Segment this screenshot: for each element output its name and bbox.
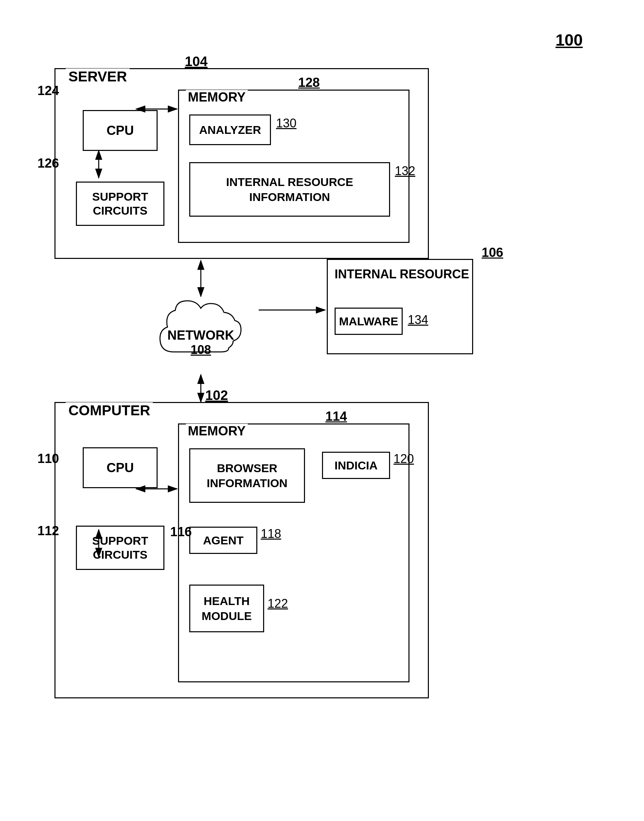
ref-126: 126 — [37, 156, 59, 171]
indicia-label: INDICIA — [334, 459, 378, 472]
network-ref: 108 — [167, 343, 234, 357]
malware-ref: 134 — [408, 313, 428, 327]
comp-support-label: SUPPORTCIRCUITS — [92, 534, 148, 562]
comp-support-box: SUPPORTCIRCUITS — [76, 526, 164, 570]
computer-label: COMPUTER — [66, 402, 153, 419]
comp-cpu-label: CPU — [107, 461, 134, 475]
server-memory-box: MEMORY 128 ANALYZER 130 INTERNAL RESOURC… — [178, 89, 409, 243]
indicia-box: INDICIA — [322, 452, 390, 479]
ref-116: 116 — [170, 524, 192, 539]
int-res-info-box: INTERNAL RESOURCEINFORMATION — [189, 162, 390, 217]
ref-106: 106 — [481, 245, 503, 260]
server-memory-ref: 128 — [298, 75, 320, 90]
agent-label: AGENT — [203, 534, 244, 547]
malware-label: MALWARE — [339, 315, 398, 328]
int-res-info-ref: 132 — [395, 164, 415, 178]
health-module-label: HEALTHMODULE — [201, 593, 251, 623]
analyzer-box: ANALYZER — [189, 114, 271, 145]
analyzer-label: ANALYZER — [199, 123, 261, 137]
browser-info-box: BROWSERINFORMATION — [189, 448, 305, 503]
indicia-ref: 120 — [394, 452, 414, 466]
network-label: NETWORK — [167, 328, 234, 343]
server-cpu-label: CPU — [107, 123, 134, 138]
server-ref: 104 — [185, 54, 208, 69]
agent-box: AGENT — [189, 527, 257, 554]
server-box: SERVER 104 CPU SUPPORTCIRCUITS MEMORY 12… — [54, 68, 429, 259]
malware-box: MALWARE — [334, 307, 403, 335]
server-support-box: SUPPORTCIRCUITS — [76, 181, 164, 226]
comp-memory-box: MEMORY 114 BROWSERINFORMATION INDICIA 12… — [178, 423, 409, 683]
comp-cpu-box: CPU — [83, 447, 158, 488]
computer-ref: 102 — [205, 388, 228, 403]
figure-number: 100 — [555, 31, 583, 49]
ref-110: 110 — [37, 451, 59, 466]
server-memory-label: MEMORY — [186, 90, 248, 105]
internal-resource-label: INTERNAL RESOURCE — [334, 267, 469, 281]
server-cpu-box: CPU — [83, 110, 158, 151]
ref-112: 112 — [37, 524, 59, 538]
network-area: NETWORK 108 — [143, 279, 259, 375]
health-module-box: HEALTHMODULE — [189, 584, 264, 632]
computer-box: COMPUTER 102 CPU SUPPORTCIRCUITS MEMORY … — [54, 402, 429, 698]
server-label: SERVER — [66, 68, 130, 85]
internal-resource-box: INTERNAL RESOURCE MALWARE 134 — [327, 259, 473, 354]
int-res-info-label: INTERNAL RESOURCEINFORMATION — [226, 174, 353, 204]
comp-memory-ref: 114 — [325, 409, 347, 424]
analyzer-ref: 130 — [276, 116, 296, 131]
health-module-ref: 122 — [268, 597, 288, 611]
browser-info-label: BROWSERINFORMATION — [207, 461, 287, 490]
server-support-label: SUPPORTCIRCUITS — [92, 190, 148, 218]
comp-memory-label: MEMORY — [186, 424, 248, 438]
ref-124: 124 — [37, 83, 59, 98]
agent-ref: 118 — [261, 527, 281, 541]
